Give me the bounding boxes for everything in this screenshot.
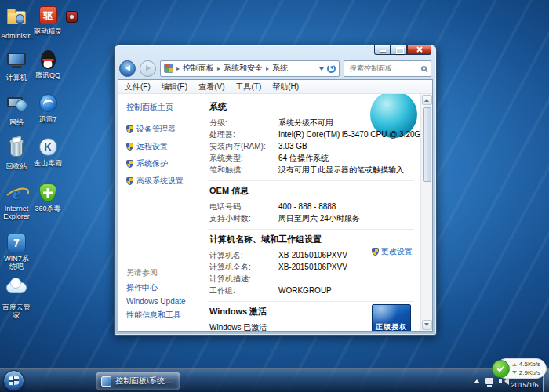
scroll-down-button[interactable]: [422, 320, 432, 330]
uac-shield-icon: [126, 143, 133, 151]
win7-icon: 7: [7, 234, 26, 252]
desktop-icon-baidu-cloud[interactable]: 百度云管家: [1, 276, 32, 320]
address-dropdown-icon[interactable]: [319, 67, 324, 73]
menu-bar: 文件(F) 编辑(E) 查看(V) 工具(T) 帮助(H): [118, 80, 432, 94]
taskbar-window-button[interactable]: 控制面板\系统...: [96, 372, 180, 390]
sidebar-item-label: 远程设置: [136, 141, 168, 152]
scrollbar-thumb[interactable]: [423, 107, 431, 182]
window-titlebar[interactable]: [118, 45, 433, 57]
sidebar-item-windows-update[interactable]: Windows Update: [126, 297, 194, 306]
address-bar[interactable]: ▸ 控制面板 ▸ 系统和安全 ▸ 系统: [160, 60, 340, 77]
sidebar-item-advanced-settings[interactable]: 高级系统设置: [126, 176, 197, 187]
desktop-icon-computer[interactable]: 计算机: [1, 50, 32, 82]
menu-view[interactable]: 查看(V): [198, 82, 224, 93]
desktop-icon-win7-bar[interactable]: 7 WIN7系统吧: [1, 234, 32, 271]
sidebar-item-action-center[interactable]: 操作中心: [126, 282, 194, 293]
row-label: 分级:: [209, 117, 278, 129]
desktop-icon-label: WIN7系统吧: [1, 255, 32, 271]
safety-check-icon: [492, 360, 510, 378]
breadcrumb-control-panel[interactable]: 控制面板: [183, 63, 214, 74]
genuine-windows-badge[interactable]: 正版授权: [372, 304, 411, 331]
menu-tools[interactable]: 工具(T): [235, 82, 261, 93]
breadcrumb-system[interactable]: 系统: [272, 63, 288, 74]
green-shield-icon: [39, 183, 56, 202]
unknown-app-icon: [66, 11, 78, 23]
search-input[interactable]: [348, 64, 419, 73]
download-arrow-icon: [512, 371, 517, 376]
desktop-icon-360-antivirus[interactable]: 360杀毒: [32, 183, 64, 212]
desktop-icon-thunder[interactable]: 迅雷7: [32, 94, 64, 123]
row-label: 安装内存(RAM):: [209, 140, 278, 152]
main-pane: 系统 分级:系统分级不可用 处理器:Intel(R) Core(TM) i5-3…: [200, 94, 420, 331]
desktop-icon-qq[interactable]: 腾讯QQ: [32, 50, 64, 79]
desktop-icon-unknown[interactable]: [63, 6, 82, 31]
info-row: 电话号码:400 - 888 - 8888: [209, 201, 414, 212]
desktop-icon-label: 金山毒霸: [32, 159, 64, 167]
qq-penguin-icon: [41, 50, 56, 69]
uac-shield-icon: [126, 177, 133, 185]
info-row: 系统类型:64 位操作系统: [209, 152, 414, 164]
tray-network-icon[interactable]: [485, 378, 493, 384]
row-value: WORKGROUP: [278, 285, 332, 296]
network-speed-widget[interactable]: 4.6Kb/s 2.9Kb/s: [496, 358, 547, 379]
sidebar-item-performance-tools[interactable]: 性能信息和工具: [126, 310, 194, 321]
info-row: 计算机描述:: [209, 273, 414, 285]
breadcrumb-separator: ▸: [176, 65, 180, 72]
desktop: Administr... 计算机 网络 回收站 e Internet Explo…: [0, 0, 549, 392]
forward-arrow-icon: [146, 65, 154, 71]
desktop-icon-network[interactable]: 网络: [1, 94, 32, 126]
menu-file[interactable]: 文件(F): [125, 82, 151, 93]
see-also-panel: 另请参阅 操作中心 Windows Update 性能信息和工具: [126, 263, 194, 325]
desktop-icon-label: 迅雷7: [32, 115, 64, 123]
row-value: 64 位操作系统: [278, 152, 329, 164]
menu-help[interactable]: 帮助(H): [272, 82, 299, 93]
desktop-icon-label: 计算机: [1, 74, 32, 82]
desktop-icon-label: 百度云管家: [1, 303, 32, 320]
navigation-bar: ▸ 控制面板 ▸ 系统和安全 ▸ 系统: [118, 57, 433, 79]
scroll-down-icon: [424, 323, 429, 328]
refresh-icon[interactable]: [327, 64, 336, 73]
forward-button[interactable]: [140, 60, 156, 77]
scroll-up-button[interactable]: [422, 95, 432, 105]
kingsoft-icon: K: [39, 138, 57, 156]
back-arrow-icon: [122, 65, 130, 71]
row-value: 没有可用于此显示器的笔或触摸输入: [278, 164, 404, 176]
change-settings-link[interactable]: 更改设置: [372, 246, 413, 257]
sidebar-item-label: 高级系统设置: [136, 176, 184, 187]
desktop-icon-kingsoft[interactable]: K 金山毒霸: [32, 138, 64, 167]
taskbar-window-label: 控制面板\系统...: [115, 376, 171, 387]
maximize-button[interactable]: [391, 45, 407, 55]
back-button[interactable]: [119, 60, 136, 77]
sidebar-item-system-protection[interactable]: 系统保护: [126, 158, 197, 169]
taskbar: 控制面板\系统... 下午 4:47 2015/1/6: [0, 368, 549, 392]
uac-shield-icon: [126, 160, 133, 168]
minimize-button[interactable]: [374, 45, 391, 55]
rating-link[interactable]: 系统分级不可用: [278, 117, 333, 129]
menu-edit[interactable]: 编辑(E): [162, 82, 187, 93]
tray-volume-icon[interactable]: [499, 379, 502, 383]
desktop-icon-internet-explorer[interactable]: e Internet Explorer: [1, 183, 32, 221]
sidebar-item-remote-settings[interactable]: 远程设置: [126, 141, 197, 152]
desktop-icon-recycle-bin[interactable]: 回收站: [1, 138, 32, 170]
desktop-icon-administrator[interactable]: Administr...: [1, 6, 32, 40]
row-value: 周日至周六 24小时服务: [278, 212, 360, 224]
breadcrumb-separator: ▸: [217, 65, 220, 72]
desktop-icon-driver-genius[interactable]: 驱 驱动精灵: [32, 6, 64, 35]
search-icon[interactable]: [421, 66, 427, 71]
ie-glyph: e: [13, 183, 20, 203]
window-task-icon: [101, 376, 111, 387]
search-box[interactable]: [344, 60, 431, 77]
hidden-icons-arrow[interactable]: [474, 376, 480, 383]
network-icon: [7, 97, 23, 107]
row-label: 系统类型:: [209, 152, 278, 164]
breadcrumb-system-security[interactable]: 系统和安全: [224, 63, 263, 74]
vertical-scrollbar[interactable]: [420, 94, 432, 331]
sidebar-item-device-manager[interactable]: 设备管理器: [126, 124, 197, 135]
close-button[interactable]: [407, 45, 431, 55]
desktop-icon-label: 腾讯QQ: [32, 71, 64, 79]
desktop-icon-label: 驱动精灵: [32, 27, 64, 35]
user-folder-icon: [7, 11, 26, 24]
start-button[interactable]: [3, 370, 24, 391]
sidebar-item-control-panel-home[interactable]: 控制面板主页: [126, 102, 197, 113]
desktop-icon-label: 网络: [1, 118, 32, 126]
